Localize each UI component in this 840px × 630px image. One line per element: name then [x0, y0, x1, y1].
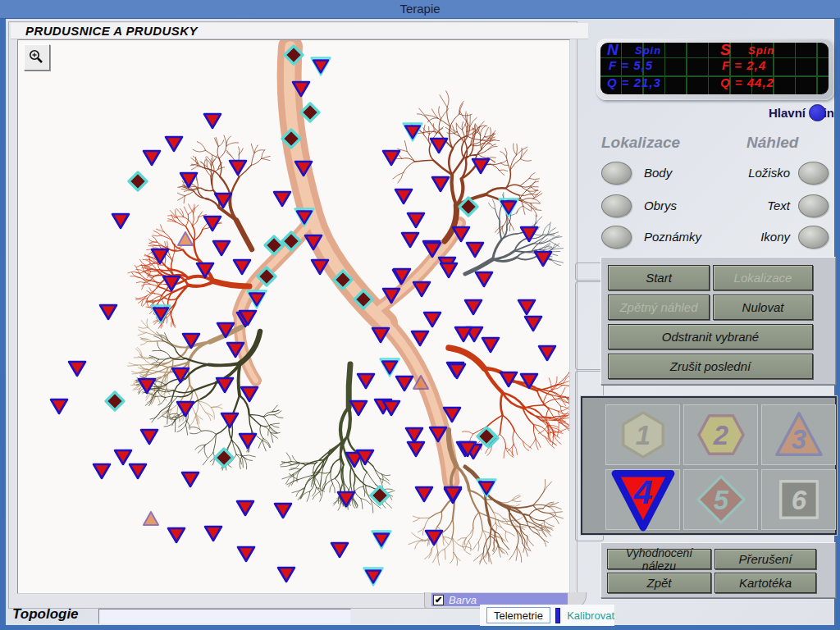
triangle-marker[interactable] — [203, 112, 222, 133]
barva-checkbox[interactable]: ✔ — [433, 595, 444, 605]
nulovat-button[interactable]: Nulovat — [713, 294, 813, 320]
triangle-marker[interactable] — [228, 158, 248, 180]
triangle-marker-selected[interactable] — [476, 478, 497, 501]
triangle-marker[interactable] — [400, 231, 420, 252]
triangle-marker-selected[interactable] — [498, 198, 519, 221]
triangle-marker[interactable] — [392, 267, 412, 288]
triangle-marker[interactable] — [139, 427, 159, 449]
marker-type-2[interactable]: 2 — [683, 404, 758, 465]
triangle-marker[interactable] — [164, 135, 184, 156]
triangle-marker[interactable] — [111, 212, 130, 233]
triangle-marker-selected[interactable] — [150, 304, 171, 327]
triangle-marker-selected[interactable] — [310, 57, 331, 80]
diamond-marker[interactable] — [256, 266, 277, 290]
triangle-marker[interactable] — [519, 372, 539, 393]
diamond-marker[interactable] — [281, 128, 302, 153]
orange-triangle-marker[interactable] — [176, 231, 194, 250]
diamond-marker[interactable] — [353, 289, 374, 313]
start-button[interactable]: Start — [608, 265, 710, 290]
diamond-marker[interactable] — [299, 102, 321, 126]
triangle-marker[interactable] — [523, 314, 543, 336]
triangle-marker[interactable] — [537, 344, 557, 365]
triangle-marker[interactable] — [291, 80, 311, 101]
orange-triangle-marker[interactable] — [142, 510, 160, 530]
marker-type-4-selected[interactable]: 4 — [605, 469, 680, 530]
triangle-marker[interactable] — [128, 462, 148, 483]
triangle-marker[interactable] — [238, 308, 258, 330]
lokalizace-button[interactable]: Lokalizace — [713, 265, 813, 290]
triangle-marker[interactable] — [429, 136, 449, 158]
lung-image[interactable] — [17, 39, 570, 594]
triangle-marker[interactable] — [439, 261, 459, 282]
triangle-marker[interactable] — [447, 362, 467, 383]
diamond-marker[interactable] — [332, 269, 354, 294]
diamond-marker[interactable] — [283, 44, 304, 69]
triangle-marker-selected[interactable] — [363, 567, 384, 590]
triangle-marker[interactable] — [272, 189, 292, 211]
triangle-marker[interactable] — [195, 261, 215, 282]
triangle-marker-selected[interactable] — [371, 530, 392, 553]
triangle-marker[interactable] — [474, 270, 494, 291]
triangle-marker[interactable] — [395, 374, 414, 395]
triangle-marker[interactable] — [162, 274, 181, 295]
triangle-marker[interactable] — [181, 331, 201, 353]
triangle-marker[interactable] — [67, 359, 87, 381]
triangle-marker[interactable] — [171, 366, 190, 387]
marker-type-5[interactable]: 5 — [683, 469, 758, 530]
triangle-marker[interactable] — [92, 462, 112, 483]
triangle-marker[interactable] — [414, 485, 434, 506]
triangle-marker[interactable] — [240, 385, 259, 406]
triangle-marker[interactable] — [424, 528, 444, 550]
triangle-marker[interactable] — [471, 157, 491, 178]
triangle-marker[interactable] — [294, 159, 313, 180]
triangle-marker[interactable] — [167, 526, 186, 547]
triangle-marker[interactable] — [273, 501, 293, 523]
triangle-marker[interactable] — [180, 470, 200, 491]
marker-type-1[interactable]: 1 — [605, 404, 680, 465]
triangle-marker[interactable] — [412, 280, 431, 301]
triangle-marker[interactable] — [428, 425, 448, 446]
triangle-marker[interactable] — [349, 399, 368, 420]
triangle-marker[interactable] — [356, 372, 376, 393]
triangle-marker-selected[interactable] — [402, 122, 423, 145]
triangle-marker[interactable] — [406, 440, 426, 461]
triangle-marker-selected[interactable] — [294, 208, 315, 231]
preruseni-button[interactable]: Přerušení — [714, 549, 816, 569]
triangle-marker[interactable] — [235, 499, 255, 520]
triangle-marker[interactable] — [481, 336, 500, 357]
radio-body[interactable] — [601, 162, 632, 185]
radio-text[interactable] — [798, 194, 829, 217]
triangle-marker[interactable] — [176, 399, 195, 421]
triangle-marker[interactable] — [422, 240, 442, 262]
triangle-marker[interactable] — [304, 233, 323, 254]
marker-type-6[interactable]: 6 — [761, 469, 836, 530]
triangle-marker[interactable] — [98, 303, 118, 324]
orange-triangle-marker[interactable] — [412, 374, 430, 394]
triangle-marker[interactable] — [336, 490, 356, 511]
triangle-marker[interactable] — [371, 326, 390, 347]
triangle-marker[interactable] — [226, 340, 245, 362]
radio-poznamky[interactable] — [601, 226, 632, 249]
triangle-marker[interactable] — [381, 148, 401, 170]
triangle-marker[interactable] — [276, 565, 296, 587]
main-spin-indicator[interactable] — [809, 104, 826, 121]
radio-obrys[interactable] — [601, 194, 632, 217]
triangle-marker[interactable] — [422, 310, 442, 331]
triangle-marker[interactable] — [330, 541, 349, 562]
triangle-marker[interactable] — [236, 545, 256, 566]
telemetrie-button[interactable]: Telemetrie — [486, 607, 550, 623]
diamond-marker[interactable] — [213, 447, 235, 472]
triangle-marker[interactable] — [220, 411, 240, 432]
triangle-marker[interactable] — [381, 399, 401, 420]
triangle-marker[interactable] — [442, 405, 462, 427]
triangle-marker[interactable] — [499, 370, 518, 391]
triangle-marker[interactable] — [519, 225, 539, 246]
kalibrovat-label[interactable]: Kalibrovat — [567, 609, 614, 622]
triangle-marker[interactable] — [310, 258, 330, 279]
diamond-marker[interactable] — [104, 390, 126, 415]
triangle-marker[interactable] — [381, 286, 401, 308]
radio-lozisko[interactable] — [798, 162, 829, 185]
diamond-marker[interactable] — [458, 196, 479, 221]
zpet-button[interactable]: Zpět — [607, 573, 711, 593]
triangle-marker[interactable] — [216, 321, 235, 342]
